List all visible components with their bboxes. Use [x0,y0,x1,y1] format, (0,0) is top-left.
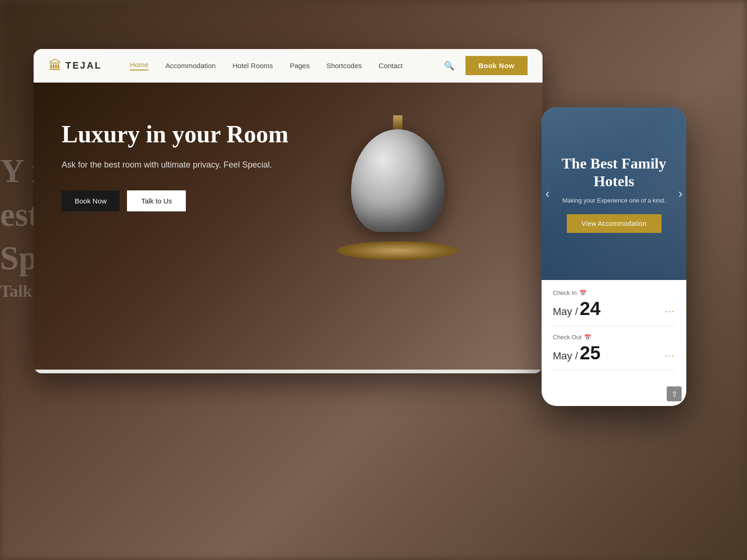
checkin-field: Check In 📅 May / 24 ··· [553,289,675,326]
hero-buttons: Book Now Talk to Us [62,190,514,211]
nav-link-contact[interactable]: Contact [379,62,403,70]
logo[interactable]: 🏛 TEJAL [49,58,102,73]
logo-icon: 🏛 [49,58,62,73]
mobile-booking-form: Check In 📅 May / 24 ··· Check Out 📅 May … [542,280,686,387]
checkin-date[interactable]: May / 24 [553,298,600,319]
checkout-date[interactable]: May / 25 [553,343,600,364]
checkin-more-options[interactable]: ··· [665,306,676,318]
mobile-mockup: ‹ › The Best Family Hotels Making your E… [542,107,686,406]
checkout-label-text: Check Out [553,334,581,341]
checkout-label: Check Out 📅 [553,334,675,341]
nav-link-hotel-rooms[interactable]: Hotel Rooms [233,62,273,70]
hero-content: Luxury in your Room Ask for the best roo… [34,83,543,249]
nav-book-now-button[interactable]: Book Now [465,56,528,75]
checkin-month: May / [553,306,578,317]
checkout-value-row: May / 25 ··· [553,343,675,364]
nav-link-pages[interactable]: Pages [290,62,310,70]
checkout-day: 25 [580,343,601,363]
nav-links: Home Accommodation Hotel Rooms Pages Sho… [130,61,444,70]
checkin-label-text: Check In [553,289,577,296]
checkout-field: Check Out 📅 May / 25 ··· [553,334,675,371]
hero-talk-to-us-button[interactable]: Talk to Us [127,190,186,211]
nav-link-home[interactable]: Home [130,61,148,70]
mobile-hero-background [542,107,686,280]
search-icon[interactable]: 🔍 [444,61,454,71]
hero-title: Luxury in your Room [62,120,318,149]
hero-book-now-button[interactable]: Book Now [62,190,120,211]
calendar-icon-checkout: 📅 [584,334,591,341]
desktop-mockup: 🏛 TEJAL Home Accommodation Hotel Rooms P… [34,49,543,373]
nav-link-shortcodes[interactable]: Shortcodes [326,62,362,70]
view-accommodation-button[interactable]: View Accommodation [567,214,662,233]
hero-subtitle: Ask for the best room with ultimate priv… [62,158,276,172]
checkin-label: Check In 📅 [553,289,675,296]
calendar-icon-checkin: 📅 [579,290,586,296]
navbar: 🏛 TEJAL Home Accommodation Hotel Rooms P… [34,49,543,83]
scroll-up-button[interactable]: ⇧ [667,386,682,401]
nav-link-accommodation[interactable]: Accommodation [165,62,216,70]
logo-text: TEJAL [65,60,102,71]
checkin-value-row: May / 24 ··· [553,298,675,319]
mobile-hero-subtitle: Making your Experience one of a kind. [562,196,665,205]
carousel-prev-button[interactable]: ‹ [545,186,550,201]
mobile-hero-section: ‹ › The Best Family Hotels Making your E… [542,107,686,280]
mobile-hero-title: The Best Family Hotels [551,154,677,190]
carousel-next-button[interactable]: › [678,186,683,201]
checkout-month: May / [553,350,578,362]
hero-bottom-bar [34,370,543,373]
checkout-more-options[interactable]: ··· [665,350,676,362]
hero-section: Luxury in your Room Ask for the best roo… [34,83,543,373]
checkin-day: 24 [580,298,601,319]
